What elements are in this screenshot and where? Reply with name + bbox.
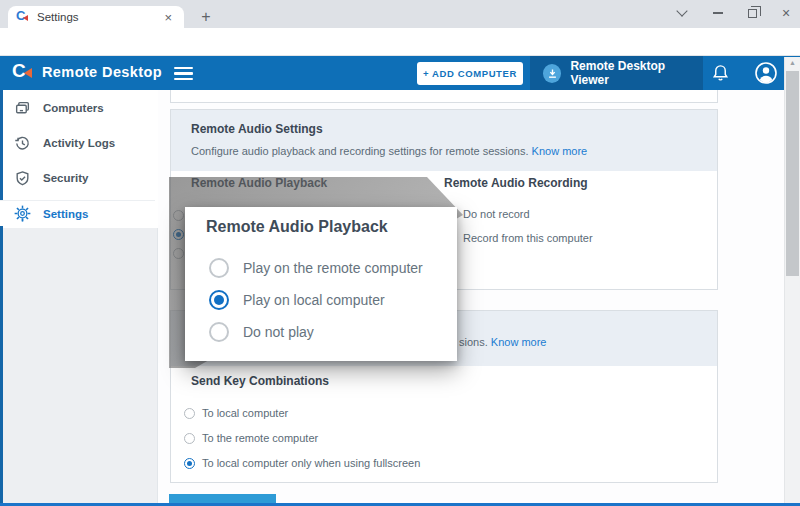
- keycombo-option-local[interactable]: To local computer: [184, 407, 288, 419]
- card-description-partial: sions. Know more: [459, 336, 546, 348]
- download-icon: [543, 64, 561, 83]
- send-key-combinations-header: Send Key Combinations: [191, 374, 329, 388]
- viewer-label: Remote Desktop Viewer: [570, 59, 703, 87]
- brand-title: Remote Desktop: [42, 64, 162, 80]
- user-avatar-icon[interactable]: [754, 61, 778, 89]
- hamburger-menu-icon[interactable]: [174, 67, 193, 83]
- add-computer-button[interactable]: + ADD COMPUTER: [417, 62, 523, 85]
- radio-icon[interactable]: [184, 408, 195, 419]
- keycombo-option-remote[interactable]: To the remote computer: [184, 432, 318, 444]
- browser-window: C Settings × + × ← → ↻ app.remotedesktop…: [0, 0, 800, 506]
- popup-option-play-local[interactable]: Play on local computer: [209, 290, 385, 310]
- scrollbar-thumb[interactable]: [786, 71, 799, 276]
- minimize-button[interactable]: [702, 0, 734, 26]
- tab-strip: C Settings × + ×: [0, 0, 800, 28]
- remote-desktop-viewer-button[interactable]: Remote Desktop Viewer: [530, 56, 703, 90]
- popup-option-do-not-play[interactable]: Do not play: [209, 322, 314, 342]
- popup-option-play-remote[interactable]: Play on the remote computer: [209, 258, 423, 278]
- tab-close-icon[interactable]: ×: [160, 11, 176, 24]
- radio-icon[interactable]: [184, 458, 195, 469]
- new-tab-button[interactable]: +: [194, 5, 218, 29]
- page-scrollbar[interactable]: ▲: [784, 57, 800, 503]
- remote-audio-playback-popup: Remote Audio Playback Play on the remote…: [185, 207, 457, 361]
- restore-button[interactable]: [736, 0, 768, 26]
- tab-favicon: C: [16, 11, 29, 24]
- sidebar-item-activity-logs[interactable]: Activity Logs: [0, 130, 155, 156]
- radio-icon[interactable]: [209, 290, 229, 310]
- popup-title: Remote Audio Playback: [206, 218, 388, 236]
- radio-icon[interactable]: [209, 322, 229, 342]
- recording-option-record-from-computer[interactable]: Record from this computer: [445, 232, 593, 244]
- settings-gear-icon: [14, 205, 31, 222]
- know-more-link[interactable]: Know more: [532, 145, 588, 157]
- scrollbar-up-arrow[interactable]: ▲: [785, 59, 800, 66]
- app-header: C Remote Desktop + ADD COMPUTER Remote D…: [0, 56, 800, 90]
- radio-icon[interactable]: [184, 433, 195, 444]
- card-title: Remote Audio Settings: [191, 122, 323, 136]
- radio-icon[interactable]: [209, 258, 229, 278]
- sidebar: Computers Activity Logs Security: [0, 90, 158, 503]
- tab-search-icon[interactable]: [666, 0, 698, 26]
- recording-column-header: Remote Audio Recording: [444, 176, 588, 190]
- know-more-link[interactable]: Know more: [491, 336, 547, 348]
- computers-icon: [14, 100, 31, 117]
- sidebar-item-settings[interactable]: Settings: [0, 200, 155, 226]
- activity-logs-icon: [14, 135, 31, 152]
- logo-arrow-icon: [24, 68, 32, 78]
- security-shield-icon: [14, 170, 31, 187]
- browser-tab[interactable]: C Settings ×: [8, 6, 184, 28]
- keycombo-option-fullscreen[interactable]: To local computer only when using fullsc…: [184, 457, 420, 469]
- sidebar-item-security[interactable]: Security: [0, 165, 155, 191]
- card-description: Configure audio playback and recording s…: [191, 145, 587, 157]
- close-window-button[interactable]: ×: [770, 0, 800, 26]
- browser-toolbar: ← → ↻ app.remotedesktop.com/settings ☆ ⋮: [0, 28, 800, 56]
- sidebar-item-computers[interactable]: Computers: [0, 95, 155, 121]
- tab-title: Settings: [37, 11, 160, 23]
- favicon-arrow-icon: [23, 15, 28, 21]
- card-header-band: Remote Audio Settings Configure audio pl…: [171, 110, 717, 171]
- notifications-bell-icon[interactable]: [711, 63, 730, 87]
